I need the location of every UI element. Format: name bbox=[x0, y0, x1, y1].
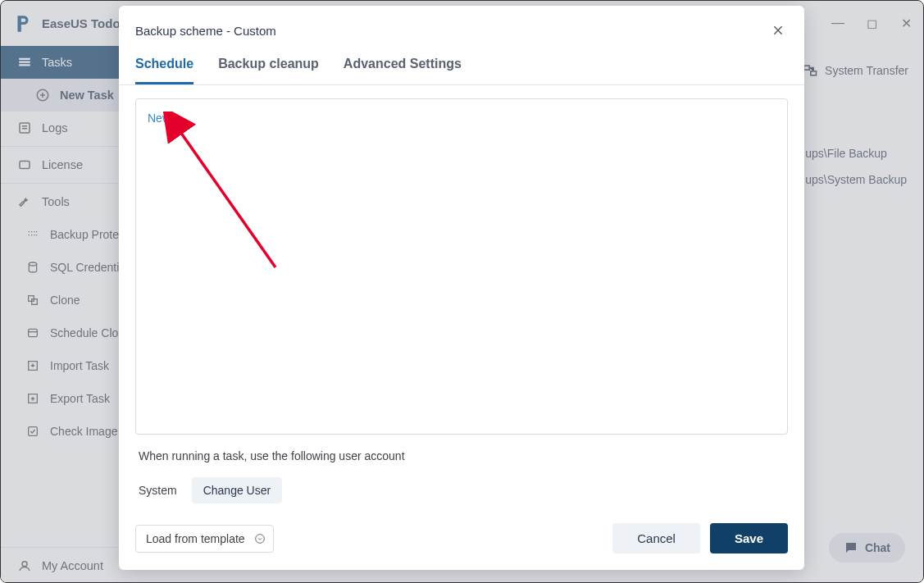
modal-body: New… When running a task, use the follow… bbox=[119, 85, 804, 515]
tab-backup-cleanup[interactable]: Backup cleanup bbox=[218, 48, 319, 84]
new-schedule-link[interactable]: New… bbox=[148, 112, 182, 125]
tab-schedule[interactable]: Schedule bbox=[135, 48, 193, 84]
svg-point-11 bbox=[255, 534, 264, 543]
schedule-panel: New… bbox=[135, 98, 788, 435]
user-account-hint: When running a task, use the following u… bbox=[139, 449, 785, 462]
change-user-button[interactable]: Change User bbox=[192, 477, 283, 503]
user-account-label: System bbox=[139, 484, 177, 497]
modal-title: Backup scheme - Custom bbox=[135, 24, 276, 38]
load-template-dropdown[interactable]: Load from template bbox=[135, 525, 274, 553]
modal-tabs: Schedule Backup cleanup Advanced Setting… bbox=[119, 48, 804, 85]
backup-scheme-modal: Backup scheme - Custom Schedule Backup c… bbox=[119, 6, 804, 570]
cancel-button[interactable]: Cancel bbox=[612, 523, 700, 553]
save-button[interactable]: Save bbox=[710, 523, 788, 553]
modal-close-button[interactable] bbox=[768, 20, 788, 40]
user-account-section: When running a task, use the following u… bbox=[135, 435, 788, 503]
chevron-down-icon bbox=[253, 532, 266, 545]
template-label: Load from template bbox=[146, 532, 245, 545]
modal-footer: Load from template Cancel Save bbox=[119, 515, 804, 570]
modal-header: Backup scheme - Custom bbox=[119, 6, 804, 48]
tab-advanced-settings[interactable]: Advanced Settings bbox=[344, 48, 462, 84]
